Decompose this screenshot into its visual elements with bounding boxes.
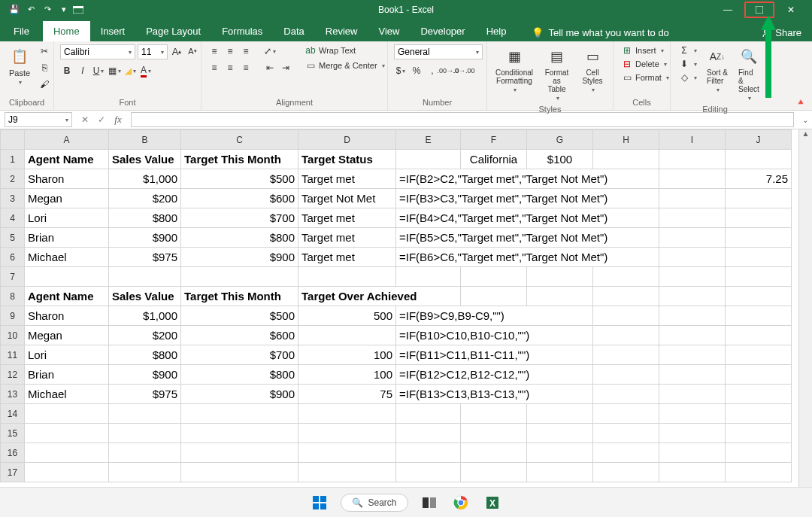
cell[interactable]: 100 xyxy=(298,365,396,385)
cell[interactable]: $900 xyxy=(109,228,181,248)
cell[interactable] xyxy=(396,443,461,463)
cell[interactable]: Brian xyxy=(25,365,109,385)
cell[interactable]: $1,000 xyxy=(109,306,181,326)
cell[interactable] xyxy=(298,404,396,424)
cell[interactable] xyxy=(461,424,527,443)
cell[interactable]: $600 xyxy=(181,326,298,345)
start-button[interactable] xyxy=(309,492,330,513)
cell[interactable] xyxy=(298,463,396,482)
cell[interactable]: =IF(B9>C9,B9-C9,"") xyxy=(396,306,593,326)
cell[interactable] xyxy=(109,424,181,443)
cell[interactable] xyxy=(298,424,396,443)
cell[interactable] xyxy=(461,287,527,306)
align-middle-button[interactable]: ≡ xyxy=(223,44,237,58)
cell[interactable] xyxy=(659,189,726,208)
cell[interactable]: $500 xyxy=(181,169,298,189)
cell[interactable] xyxy=(527,267,593,287)
cell[interactable] xyxy=(461,443,527,463)
decrease-font-button[interactable]: A▾ xyxy=(186,44,199,58)
format-painter-button[interactable]: 🖌 xyxy=(38,78,51,91)
column-header-J[interactable]: J xyxy=(726,130,792,150)
cell[interactable] xyxy=(659,404,726,424)
cell[interactable]: =IF(B2>C2,"Target met","Target Not Met") xyxy=(396,169,659,189)
cell[interactable] xyxy=(25,443,109,463)
tab-help[interactable]: Help xyxy=(476,21,517,41)
select-all-corner[interactable] xyxy=(1,130,25,150)
column-header-H[interactable]: H xyxy=(593,130,659,150)
row-header-17[interactable]: 17 xyxy=(1,463,25,482)
cut-button[interactable]: ✂ xyxy=(38,44,51,58)
column-header-I[interactable]: I xyxy=(659,130,726,150)
bold-button[interactable]: B xyxy=(60,64,74,78)
cell[interactable] xyxy=(726,326,792,345)
insert-cells-button[interactable]: ⊞Insert▾ xyxy=(620,44,671,56)
wrap-text-button[interactable]: abWrap Text xyxy=(303,44,387,56)
cell[interactable] xyxy=(726,463,792,482)
cell[interactable] xyxy=(25,424,109,443)
cell[interactable] xyxy=(527,443,593,463)
cell[interactable] xyxy=(726,404,792,424)
cell[interactable] xyxy=(659,248,726,267)
cell[interactable]: Megan xyxy=(25,189,109,208)
cell[interactable] xyxy=(25,267,109,287)
column-header-B[interactable]: B xyxy=(109,130,181,150)
cell[interactable]: Brian xyxy=(25,228,109,248)
tab-file[interactable]: File xyxy=(0,21,43,41)
redo-icon[interactable]: ↷ xyxy=(41,3,54,17)
ribbon-display-options-icon[interactable] xyxy=(71,3,86,17)
cell[interactable] xyxy=(726,208,792,228)
cell[interactable]: $900 xyxy=(181,385,298,404)
cell[interactable] xyxy=(109,267,181,287)
cell[interactable] xyxy=(593,326,659,345)
excel-taskbar-icon[interactable]: X xyxy=(482,492,503,513)
cell[interactable] xyxy=(25,404,109,424)
cell[interactable]: 500 xyxy=(298,306,396,326)
cell[interactable] xyxy=(527,287,593,306)
cell[interactable]: =IF(B3>C3,"Target met","Target Not Met") xyxy=(396,189,659,208)
column-header-E[interactable]: E xyxy=(396,130,461,150)
cell[interactable] xyxy=(181,267,298,287)
cell[interactable]: $800 xyxy=(181,365,298,385)
expand-formula-bar-icon[interactable]: ⌄ xyxy=(798,116,812,124)
cell[interactable] xyxy=(527,463,593,482)
format-as-table-button[interactable]: ▤ Format asTable▾ xyxy=(540,44,574,103)
cell[interactable] xyxy=(593,150,659,169)
cell[interactable] xyxy=(726,287,792,306)
cell[interactable]: Agent Name xyxy=(25,287,109,306)
save-icon[interactable]: 💾 xyxy=(8,3,21,17)
row-header-15[interactable]: 15 xyxy=(1,424,25,443)
tell-me-search[interactable]: 💡 Tell me what you want to do xyxy=(532,27,668,41)
cell[interactable]: Sales Value xyxy=(109,287,181,306)
cell[interactable] xyxy=(726,443,792,463)
cell[interactable] xyxy=(659,326,726,345)
taskbar-search[interactable]: 🔍 Search xyxy=(341,494,408,512)
row-header-11[interactable]: 11 xyxy=(1,345,25,365)
collapse-ribbon-icon[interactable]: 🔺 xyxy=(795,97,806,107)
row-header-12[interactable]: 12 xyxy=(1,365,25,385)
cell[interactable] xyxy=(461,267,527,287)
qat-customize-icon[interactable]: ▾ xyxy=(57,3,71,17)
cell[interactable]: $100 xyxy=(527,150,593,169)
cell[interactable] xyxy=(109,404,181,424)
cell[interactable] xyxy=(659,267,726,287)
cell[interactable]: Megan xyxy=(25,326,109,345)
cell[interactable] xyxy=(659,463,726,482)
cell[interactable] xyxy=(461,404,527,424)
font-color-button[interactable]: A▾ xyxy=(139,64,153,78)
cell[interactable] xyxy=(659,208,726,228)
cell[interactable]: $800 xyxy=(109,345,181,365)
cell[interactable] xyxy=(25,463,109,482)
cell[interactable] xyxy=(527,424,593,443)
cell[interactable] xyxy=(593,443,659,463)
sort-filter-button[interactable]: AZ↓ Sort &Filter▾ xyxy=(704,44,731,95)
cell[interactable] xyxy=(298,267,396,287)
cell[interactable] xyxy=(659,443,726,463)
cell[interactable] xyxy=(659,150,726,169)
cell[interactable] xyxy=(527,404,593,424)
cell[interactable] xyxy=(593,463,659,482)
cell[interactable] xyxy=(593,385,659,404)
vertical-scrollbar[interactable]: ▲ ▼ xyxy=(798,129,812,498)
format-cells-button[interactable]: ▭Format▾ xyxy=(620,71,671,84)
column-header-D[interactable]: D xyxy=(298,130,396,150)
align-left-button[interactable]: ≡ xyxy=(208,61,221,75)
